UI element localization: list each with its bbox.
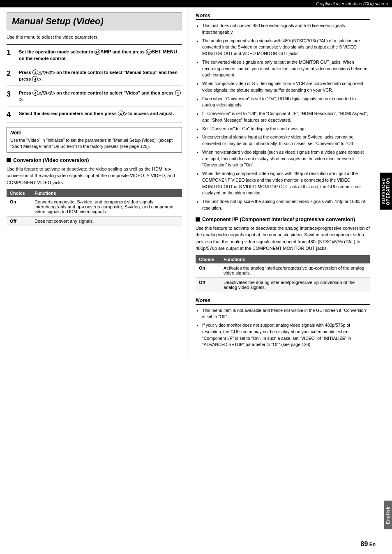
component-table: Choice Functions On Activates the analog… <box>196 255 370 292</box>
right-column: Notes This unit does not convert 480 lin… <box>189 7 382 358</box>
note-title: Note <box>10 130 178 136</box>
table-row: On Activates the analog interlace/progre… <box>196 263 370 278</box>
step-2: 2 Press 4△/▽/◁/▷ on the remote control t… <box>7 69 182 86</box>
table-row: Off Deactivates the analog interlace/pro… <box>196 277 370 292</box>
top-bar: Graphical user interface (GUI) screen <box>0 0 392 7</box>
right-notes-title: Notes <box>196 12 370 20</box>
step-3: 3 Press 4△/▽/◁/▷ on the remote control t… <box>7 90 182 106</box>
right-notes-list: This unit does not convert 480 line vide… <box>196 23 370 212</box>
note-item: This unit does not convert 480 line vide… <box>202 23 370 36</box>
left-column: Manual Setup (Video) Use this menu to ad… <box>0 7 189 358</box>
note-box: Note Use the "Video" in "Initialize" to … <box>7 127 182 152</box>
comp-function-on: Activates the analog interlace/progressi… <box>220 263 370 278</box>
step-3-num: 3 <box>7 90 16 103</box>
component-notes-list: This menu item is not available and henc… <box>196 307 370 349</box>
table-header-functions: Functions <box>31 189 182 197</box>
table-row: Off Does not convert any signals. <box>7 217 182 226</box>
note-item: Even when "Conversion" is set to "On", H… <box>202 96 370 109</box>
note-item: When composite video or S-video signals … <box>202 81 370 94</box>
advanced-operation-tab: ADVANCED OPERATION <box>380 173 392 210</box>
note-item: When non-standard video signals (such as… <box>202 149 370 169</box>
step-3-text: Press 4△/▽/◁/▷ on the remote control to … <box>19 90 182 103</box>
note-text: Use the "Video" in "Initialize" to set t… <box>10 137 178 149</box>
step-1-num: 1 <box>7 48 16 62</box>
comp-note-item: If your video monitor does not support a… <box>202 322 370 348</box>
divider-1 <box>7 44 182 45</box>
conversion-heading: Conversion (Video conversion) <box>7 157 182 163</box>
step-2-num: 2 <box>7 69 16 82</box>
subtitle-text: Use this menu to adjust the video parame… <box>7 35 182 39</box>
note-item: If "Conversion" is set to "Off", the "Co… <box>202 111 370 124</box>
note-item: The converted video signals are only out… <box>202 59 370 78</box>
main-content: Manual Setup (Video) Use this menu to ad… <box>0 7 392 358</box>
comp-table-header-choice: Choice <box>196 255 220 263</box>
function-on: Converts composite, S-video, and compone… <box>31 197 182 217</box>
comp-note-item: This menu item is not available and henc… <box>202 307 370 321</box>
choice-off: Off <box>7 217 31 226</box>
note-item: Unconventional signals input at the comp… <box>202 134 370 147</box>
english-tab: English <box>384 501 392 529</box>
note-item: The analog component video signals with … <box>202 38 370 57</box>
component-body: Use this feature to activate or deactiva… <box>196 225 370 252</box>
step-1: 1 Set the operation mode selector to 14A… <box>7 48 182 65</box>
choice-on: On <box>7 197 31 217</box>
step-1-text: Set the operation mode selector to 14AMP… <box>19 48 182 62</box>
conversion-table: Choice Functions On Converts composite, … <box>7 189 182 226</box>
component-heading: Component I/P (Component interlace/ prog… <box>196 217 370 222</box>
page-number: 89 En <box>361 540 376 548</box>
circle-amp: 14 <box>95 49 100 55</box>
top-bar-text: Graphical user interface (GUI) screen <box>316 1 388 6</box>
comp-choice-on: On <box>196 263 220 278</box>
page-title: Manual Setup (Video) <box>7 12 182 30</box>
step-2-text: Press 4△/▽/◁/▷ on the remote control to … <box>19 69 182 82</box>
step-4-text: Select the desired parameters and then p… <box>19 111 174 120</box>
table-row: On Converts composite, S-video, and comp… <box>7 197 182 217</box>
component-notes-title: Notes <box>196 297 370 305</box>
circle-setmenu: 17 <box>146 49 152 55</box>
right-notes-section: Notes This unit does not convert 480 lin… <box>196 12 370 212</box>
bullet-icon-2 <box>196 217 200 222</box>
table-header-choice: Choice <box>7 189 31 197</box>
comp-table-header-functions: Functions <box>220 255 370 263</box>
step-4-num: 4 <box>7 111 16 120</box>
function-off: Does not convert any signals. <box>31 217 182 226</box>
bullet-icon <box>7 158 11 162</box>
comp-choice-off: Off <box>196 277 220 292</box>
note-item: When the analog component video signals … <box>202 171 370 196</box>
component-notes-section: Notes This menu item is not available an… <box>196 297 370 349</box>
note-item: This unit does not up-scale the analog c… <box>202 199 370 212</box>
note-item: Set "Conversion" to "On" to display the … <box>202 126 370 132</box>
step-4: 4 Select the desired parameters and then… <box>7 111 182 123</box>
comp-function-off: Deactivates the analog interlace/progres… <box>220 277 370 292</box>
conversion-body: Use this feature to activate or deactiva… <box>7 166 182 186</box>
